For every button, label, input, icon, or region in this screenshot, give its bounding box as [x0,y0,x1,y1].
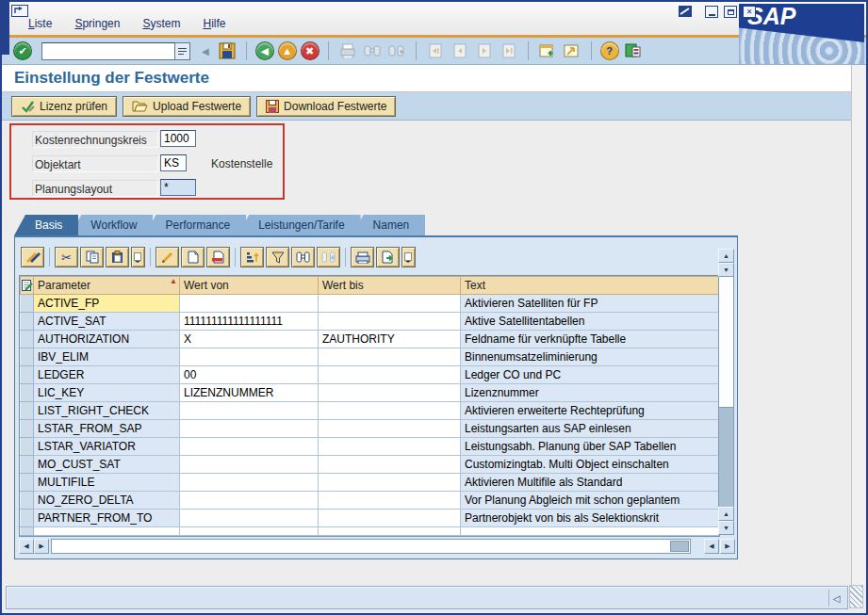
minimize-button[interactable] [705,6,718,18]
export-dropdown-icon[interactable] [401,247,416,267]
scroll-down-bottom-icon[interactable]: ▼ [718,521,734,535]
tab[interactable]: Leistungen/Tarife [237,215,360,235]
cell-parameter[interactable]: NO_ZERO_DELTA [34,492,180,510]
help-icon[interactable]: ? [600,41,619,60]
cell-wert-bis[interactable] [319,456,461,474]
change-display-icon[interactable] [21,247,44,267]
row-selector[interactable] [21,295,34,313]
row-selector[interactable] [21,492,34,510]
cell-parameter[interactable]: ACTIVE_SAT [34,313,180,331]
tab[interactable]: Namen [352,215,426,235]
cell-wert-von[interactable] [180,510,319,527]
cell-parameter[interactable]: ACTIVE_FP [34,295,180,313]
row-selector[interactable] [21,313,34,331]
cell-wert-von[interactable]: LIZENZNUMMER [180,384,319,402]
row-selector[interactable] [21,420,34,438]
customize-layout-icon[interactable] [623,40,644,61]
exit-icon[interactable]: ▲ [278,41,297,60]
cell-parameter[interactable]: LSTAR_FROM_SAP [34,420,180,438]
column-header-wert-bis[interactable]: Wert bis [319,277,461,295]
scroll-up-icon[interactable]: ▲ [718,249,734,263]
maximize-button[interactable] [724,6,737,18]
select-all-cell[interactable] [21,277,34,295]
lizenz-pruefen-button[interactable]: Lizenz prüfen [11,96,117,117]
new-session-icon[interactable] [537,40,558,61]
cell-parameter[interactable]: LIC_KEY [34,384,180,402]
cell-wert-von[interactable]: X [180,331,319,348]
paste-icon[interactable] [106,247,129,267]
row-selector[interactable] [21,331,34,348]
menu-item[interactable]: Liste [26,17,54,30]
vertical-scroll-track[interactable] [718,277,734,507]
cell-parameter[interactable]: LIST_RIGHT_CHECK [34,402,180,420]
cell-wert-bis[interactable] [319,510,461,527]
cell-wert-von[interactable] [180,438,319,456]
scroll-right-icon[interactable]: ▶ [34,539,49,554]
scroll-right-right-icon[interactable]: ▶ [720,539,735,554]
menu-item[interactable]: Springen [73,17,122,30]
menu-item[interactable]: Hilfe [201,17,227,30]
cell-wert-bis[interactable] [319,366,461,384]
cell-parameter[interactable]: MO_CUST_SAT [34,456,180,474]
column-header-text[interactable]: Text [461,277,719,295]
print-icon[interactable] [337,40,358,61]
sort-ascending-icon[interactable] [240,247,264,267]
find-icon[interactable] [291,247,315,267]
cell-wert-von[interactable] [180,402,319,420]
cancel-icon[interactable]: ✖ [301,41,319,60]
row-selector[interactable] [21,438,34,456]
cell-wert-von[interactable]: 111111111111111111 [180,313,319,331]
row-selector[interactable] [21,384,34,402]
cell-parameter[interactable]: PARTNER_FROM_TO [34,510,180,527]
last-page-icon[interactable] [499,40,519,61]
cell-wert-von[interactable] [180,474,319,492]
column-header-parameter[interactable]: Parameter▲ [34,277,180,295]
cut-icon[interactable]: ✂ [55,247,78,267]
gui-status-icon[interactable] [679,6,692,17]
cell-wert-von[interactable] [180,295,319,313]
scroll-down-icon[interactable]: ▼ [718,263,734,277]
find-next-icon[interactable] [317,247,340,267]
insert-line-icon[interactable] [156,247,179,267]
row-selector[interactable] [21,348,34,366]
cell-wert-bis[interactable] [319,384,461,402]
tab[interactable]: Workflow [70,215,153,235]
row-selector[interactable] [21,456,34,474]
row-selector[interactable] [21,474,34,492]
close-button[interactable]: ✕ [743,6,756,18]
cell-wert-bis[interactable] [319,474,461,492]
cell-parameter[interactable]: MULTIFILE [34,474,180,492]
tab[interactable]: Basis [14,215,78,235]
cell-wert-von[interactable] [180,348,319,366]
print-icon-table[interactable] [351,247,374,267]
paste-dropdown-icon[interactable] [131,247,145,267]
filter-icon[interactable] [266,247,289,267]
tab[interactable]: Performance [144,215,246,235]
find-icon[interactable] [362,40,383,61]
status-expand-icon[interactable]: ◁ [828,590,843,607]
command-dropdown-icon[interactable] [175,42,190,60]
cell-wert-von[interactable] [180,420,319,438]
cell-parameter[interactable]: LSTAR_VARIATOR [34,438,180,456]
cell-wert-bis[interactable] [319,313,461,331]
row-selector[interactable] [21,402,34,420]
cell-wert-bis[interactable] [319,420,461,438]
cell-parameter[interactable]: IBV_ELIM [34,348,180,366]
back-icon[interactable]: ◀ [255,41,274,60]
previous-page-icon[interactable] [450,40,470,61]
cell-wert-bis[interactable] [319,438,461,456]
append-line-icon[interactable] [181,247,205,267]
cell-wert-bis[interactable] [319,295,461,313]
cell-wert-bis[interactable]: ZAUTHORITY [319,331,461,348]
column-header-wert-von[interactable]: Wert von [180,277,319,295]
cell-parameter[interactable]: AUTHORIZATION [34,331,180,348]
cell-wert-bis[interactable] [319,492,461,510]
delete-line-icon[interactable] [206,247,230,267]
window-menu-icon[interactable] [11,5,28,17]
horizontal-scroll-thumb[interactable] [670,541,689,552]
scroll-up-bottom-icon[interactable]: ▲ [718,507,734,521]
scroll-left-icon[interactable]: ◀ [19,539,34,554]
cell-wert-bis[interactable] [319,348,461,366]
command-input[interactable] [41,42,175,60]
row-selector[interactable] [21,366,34,384]
